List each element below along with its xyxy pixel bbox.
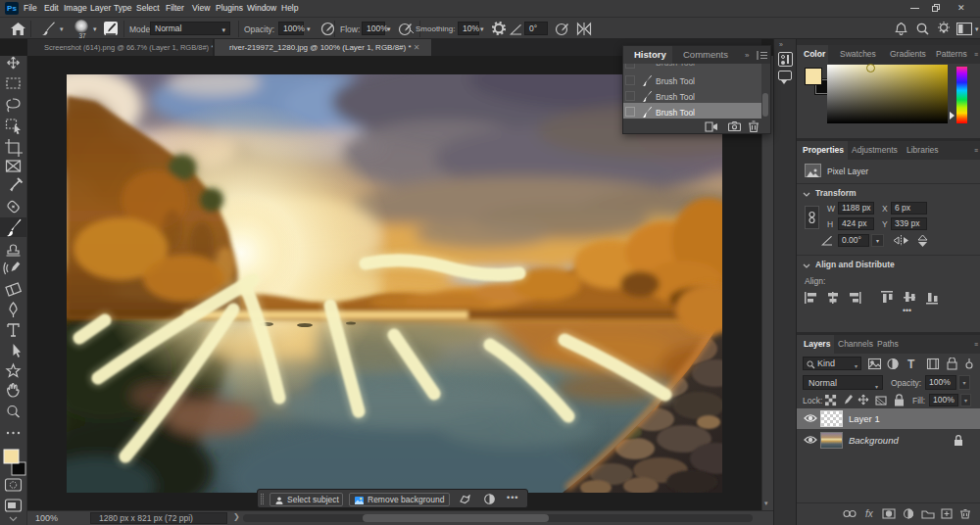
svg-text:T: T <box>907 358 915 370</box>
svg-text:fx: fx <box>865 508 874 519</box>
